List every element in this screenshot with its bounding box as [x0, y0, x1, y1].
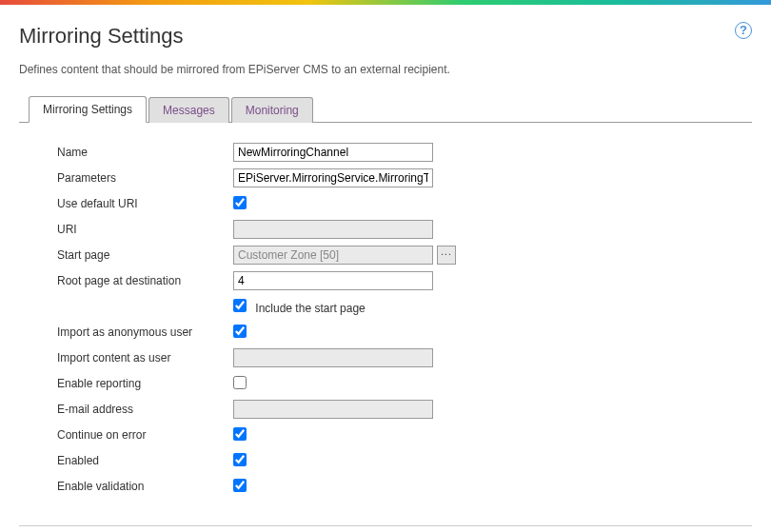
start-page-input — [233, 246, 433, 265]
uri-input — [233, 220, 433, 239]
name-label: Name — [57, 146, 233, 159]
import-anon-checkbox[interactable] — [233, 325, 247, 338]
include-start-checkbox[interactable] — [233, 299, 247, 312]
import-anon-label: Import as anonymous user — [57, 325, 233, 339]
use-default-uri-checkbox[interactable] — [233, 196, 247, 209]
email-label: E-mail address — [57, 403, 233, 416]
continue-on-error-label: Continue on error — [57, 428, 233, 442]
enabled-checkbox[interactable] — [233, 453, 247, 466]
continue-on-error-checkbox[interactable] — [233, 427, 247, 441]
email-input — [233, 400, 433, 419]
page-description: Defines content that should be mirrored … — [19, 63, 752, 76]
start-page-picker-button[interactable]: ... — [437, 246, 456, 265]
help-icon[interactable]: ? — [735, 22, 752, 39]
enable-reporting-checkbox[interactable] — [233, 376, 247, 389]
enable-validation-checkbox[interactable] — [233, 479, 247, 492]
tab-strip: Mirroring Settings Messages Monitoring — [19, 95, 752, 123]
tab-monitoring[interactable]: Monitoring — [231, 97, 313, 123]
enable-reporting-label: Enable reporting — [57, 377, 233, 390]
use-default-uri-label: Use default URI — [57, 197, 233, 210]
start-page-label: Start page — [57, 248, 233, 262]
tab-mirroring-settings[interactable]: Mirroring Settings — [29, 96, 147, 123]
parameters-input[interactable] — [233, 168, 433, 187]
name-input[interactable] — [233, 143, 433, 162]
uri-label: URI — [57, 223, 233, 236]
parameters-label: Parameters — [57, 171, 233, 185]
form-area: Name Parameters Use default URI URI Star… — [19, 123, 752, 511]
import-as-user-input — [233, 348, 433, 367]
enable-validation-label: Enable validation — [57, 480, 233, 493]
import-as-user-label: Import content as user — [57, 351, 233, 365]
include-start-label: Include the start page — [255, 302, 365, 315]
tab-messages[interactable]: Messages — [148, 97, 229, 123]
enabled-label: Enabled — [57, 454, 233, 467]
page-title: Mirroring Settings — [19, 24, 752, 49]
root-page-input[interactable] — [233, 271, 433, 290]
root-page-label: Root page at destination — [57, 274, 233, 287]
divider — [19, 525, 752, 526]
